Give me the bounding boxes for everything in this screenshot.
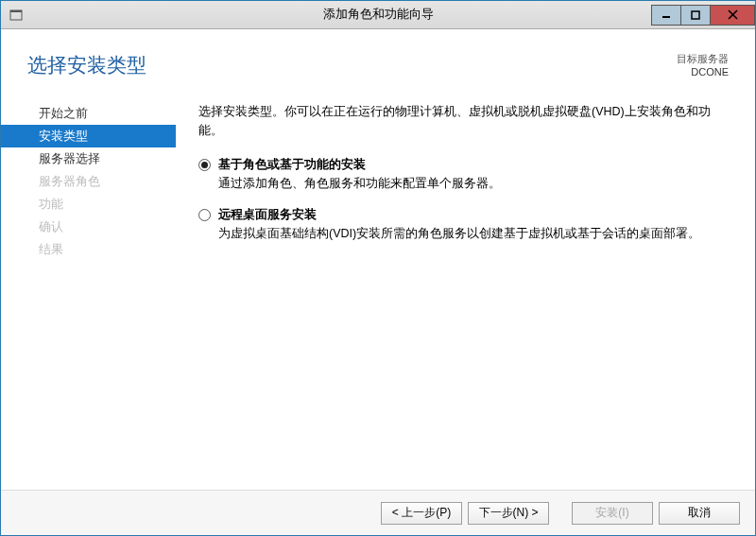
- intro-text: 选择安装类型。你可以在正在运行的物理计算机、虚拟机或脱机虚拟硬盘(VHD)上安装…: [198, 102, 729, 140]
- option-rds[interactable]: 远程桌面服务安装 为虚拟桌面基础结构(VDI)安装所需的角色服务以创建基于虚拟机…: [198, 207, 729, 243]
- sidebar-item-before-begin[interactable]: 开始之前: [1, 102, 176, 125]
- sidebar-item-features: 功能: [1, 193, 176, 216]
- footer: < 上一步(P) 下一步(N) > 安装(I) 取消: [1, 490, 755, 535]
- close-button[interactable]: [710, 5, 755, 26]
- option-role-based[interactable]: 基于角色或基于功能的安装 通过添加角色、角色服务和功能来配置单个服务器。: [198, 157, 729, 193]
- sidebar-item-server-selection[interactable]: 服务器选择: [1, 147, 176, 170]
- next-button[interactable]: 下一步(N) >: [468, 502, 549, 525]
- sidebar-item-install-type[interactable]: 安装类型: [1, 125, 176, 147]
- wizard-window: 添加角色和功能向导 选择安装类型 目标服务器 DCONE 开始之前 安装类型: [0, 0, 756, 536]
- svg-rect-3: [692, 11, 699, 19]
- minimize-button[interactable]: [651, 5, 681, 26]
- sidebar-item-confirm: 确认: [1, 216, 176, 238]
- page-title: 选择安装类型: [27, 52, 146, 78]
- dest-label: 目标服务器: [677, 52, 729, 65]
- radio-icon[interactable]: [198, 159, 211, 171]
- option-text: 远程桌面服务安装 为虚拟桌面基础结构(VDI)安装所需的角色服务以创建基于虚拟机…: [218, 207, 729, 243]
- content-area: 选择安装类型 目标服务器 DCONE 开始之前 安装类型 服务器选择 服务器角色…: [1, 29, 755, 535]
- option-text: 基于角色或基于功能的安装 通过添加角色、角色服务和功能来配置单个服务器。: [218, 157, 729, 193]
- app-icon: [9, 8, 24, 23]
- sidebar: 开始之前 安装类型 服务器选择 服务器角色 功能 确认 结果: [1, 95, 176, 490]
- option-desc: 为虚拟桌面基础结构(VDI)安装所需的角色服务以创建基于虚拟机或基于会话的桌面部…: [218, 225, 729, 243]
- window-controls: [652, 5, 755, 26]
- body: 开始之前 安装类型 服务器选择 服务器角色 功能 确认 结果 选择安装类型。你可…: [1, 95, 755, 490]
- maximize-button[interactable]: [680, 5, 711, 26]
- destination-server: 目标服务器 DCONE: [677, 52, 729, 79]
- main-panel: 选择安装类型。你可以在正在运行的物理计算机、虚拟机或脱机虚拟硬盘(VHD)上安装…: [176, 95, 755, 490]
- option-desc: 通过添加角色、角色服务和功能来配置单个服务器。: [218, 175, 729, 193]
- titlebar: 添加角色和功能向导: [1, 1, 755, 29]
- dest-name: DCONE: [677, 65, 729, 78]
- option-title: 基于角色或基于功能的安装: [218, 157, 729, 173]
- sidebar-item-results: 结果: [1, 238, 176, 261]
- option-title: 远程桌面服务安装: [218, 207, 729, 223]
- sidebar-item-server-roles: 服务器角色: [1, 170, 176, 193]
- prev-button[interactable]: < 上一步(P): [381, 502, 462, 525]
- cancel-button[interactable]: 取消: [659, 502, 740, 525]
- radio-icon[interactable]: [198, 209, 211, 221]
- svg-rect-1: [10, 10, 22, 12]
- window-title: 添加角色和功能向导: [1, 7, 755, 23]
- header: 选择安装类型 目标服务器 DCONE: [1, 29, 755, 87]
- install-button: 安装(I): [572, 502, 653, 525]
